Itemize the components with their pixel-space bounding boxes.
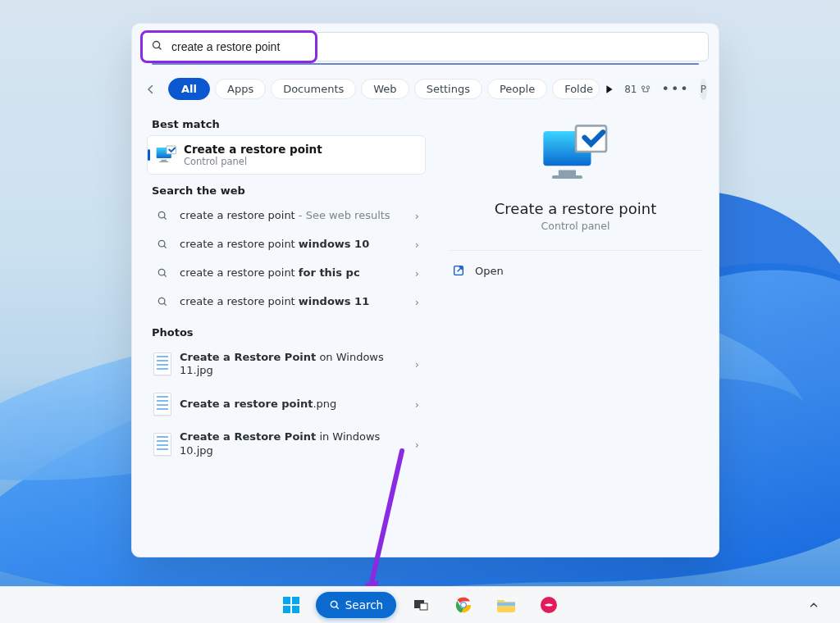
- svg-rect-19: [551, 175, 582, 179]
- svg-rect-6: [162, 160, 167, 161]
- open-external-icon: [452, 264, 465, 277]
- search-panel: All Apps Documents Web Settings People F…: [131, 23, 719, 557]
- show-hidden-icons[interactable]: [796, 592, 832, 618]
- photo-result[interactable]: Create a Restore Point on Windows 11.jpg…: [147, 343, 426, 386]
- svg-line-16: [164, 303, 167, 306]
- search-underline: [152, 63, 699, 65]
- svg-line-12: [164, 246, 167, 248]
- chrome-icon[interactable]: [445, 592, 482, 618]
- search-box[interactable]: [142, 32, 316, 61]
- svg-point-13: [158, 270, 165, 276]
- tab-documents[interactable]: Documents: [271, 79, 356, 99]
- back-arrow-icon[interactable]: [144, 80, 158, 98]
- best-match-result[interactable]: Create a restore point Control panel: [147, 135, 426, 175]
- photo-result[interactable]: Create a Restore Point in Windows 10.jpg…: [147, 423, 426, 466]
- svg-point-11: [158, 241, 165, 248]
- rewards-points[interactable]: 81: [624, 84, 651, 95]
- taskbar-search-button[interactable]: Search: [316, 592, 396, 618]
- svg-line-14: [164, 275, 167, 277]
- chevron-right-icon: ›: [415, 239, 419, 251]
- search-icon: [153, 210, 171, 221]
- svg-rect-7: [159, 161, 168, 162]
- search-field-extension[interactable]: [317, 32, 709, 61]
- divider: [449, 250, 702, 251]
- search-icon: [153, 239, 171, 250]
- svg-point-9: [158, 212, 165, 219]
- section-search-web: Search the web: [152, 184, 421, 197]
- best-match-subtitle: Control panel: [184, 156, 322, 167]
- svg-point-33: [461, 603, 466, 607]
- chevron-right-icon: ›: [415, 296, 419, 308]
- search-icon: [151, 39, 163, 55]
- svg-point-15: [158, 298, 165, 304]
- svg-rect-34: [497, 603, 515, 606]
- svg-rect-30: [420, 603, 427, 610]
- overflow-menu-icon[interactable]: •••: [656, 81, 694, 97]
- file-explorer-icon[interactable]: [488, 592, 524, 618]
- preview-title: Create a restore point: [445, 200, 705, 217]
- best-match-title: Create a restore point: [184, 143, 322, 156]
- svg-point-3: [647, 85, 651, 89]
- tab-folders[interactable]: Folders: [552, 79, 600, 99]
- image-thumb-icon: [153, 433, 171, 456]
- svg-rect-20: [576, 125, 606, 152]
- search-icon: [153, 296, 171, 307]
- chevron-right-icon: ›: [415, 210, 419, 222]
- photo-result[interactable]: Create a restore point.png ›: [147, 385, 426, 423]
- svg-point-27: [331, 601, 337, 607]
- tab-web[interactable]: Web: [361, 79, 409, 99]
- chevron-right-icon: ›: [415, 398, 419, 411]
- web-result[interactable]: create a restore point for this pc ›: [147, 259, 426, 288]
- tab-settings[interactable]: Settings: [414, 79, 482, 99]
- web-result[interactable]: create a restore point windows 10 ›: [147, 230, 426, 259]
- restore-point-icon-large: [541, 125, 611, 185]
- svg-point-2: [642, 85, 646, 89]
- section-photos: Photos: [152, 326, 421, 339]
- svg-rect-26: [292, 606, 299, 613]
- svg-rect-25: [283, 606, 290, 613]
- tab-people[interactable]: People: [487, 79, 547, 99]
- profile-avatar[interactable]: P: [700, 79, 707, 100]
- task-view-button[interactable]: [403, 592, 439, 618]
- image-thumb-icon: [153, 352, 171, 375]
- svg-rect-23: [283, 597, 290, 604]
- svg-rect-18: [558, 171, 575, 176]
- search-input[interactable]: [170, 39, 307, 54]
- restore-point-icon: [156, 145, 176, 165]
- app-icon[interactable]: [531, 592, 567, 618]
- tab-apps[interactable]: Apps: [215, 79, 266, 99]
- svg-point-0: [153, 41, 160, 48]
- web-result[interactable]: create a restore point - See web results…: [147, 202, 426, 230]
- chevron-right-icon: ›: [415, 439, 419, 451]
- image-thumb-icon: [153, 393, 171, 416]
- svg-line-28: [336, 607, 339, 609]
- search-icon: [153, 267, 171, 279]
- more-tabs-icon[interactable]: [605, 84, 614, 94]
- chevron-right-icon: ›: [415, 267, 419, 280]
- taskbar-search-label: Search: [345, 598, 383, 612]
- svg-line-1: [159, 47, 162, 49]
- preview-subtitle: Control panel: [445, 220, 705, 232]
- open-action[interactable]: Open: [445, 256, 705, 285]
- chevron-right-icon: ›: [415, 358, 419, 371]
- svg-rect-8: [167, 146, 176, 154]
- start-button[interactable]: [273, 592, 309, 618]
- open-label: Open: [475, 265, 504, 277]
- svg-rect-24: [292, 597, 299, 604]
- svg-line-10: [164, 217, 167, 220]
- web-result[interactable]: create a restore point windows 11 ›: [147, 288, 426, 316]
- tab-all[interactable]: All: [168, 78, 210, 100]
- taskbar: Search: [0, 586, 840, 623]
- section-best-match: Best match: [152, 118, 421, 130]
